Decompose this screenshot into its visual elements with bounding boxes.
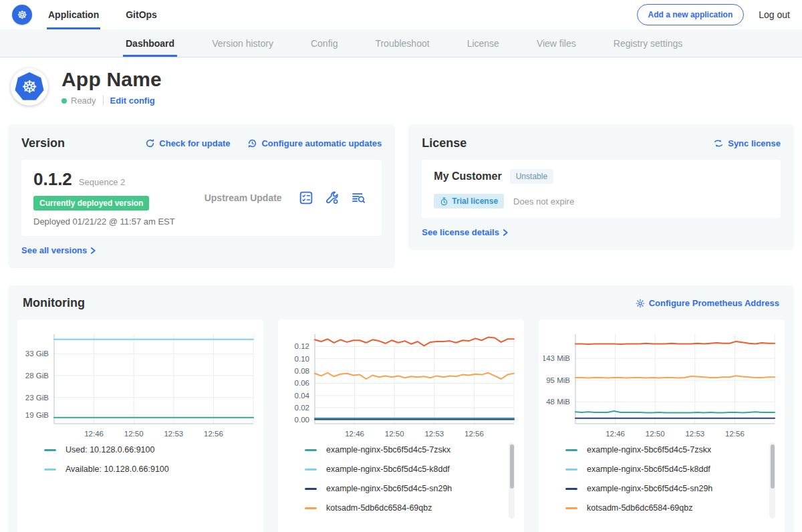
legend-item: Available: 10.128.0.66:9100 bbox=[44, 464, 242, 474]
kubernetes-logo-icon: ☸ bbox=[12, 5, 32, 25]
chevron-right-icon bbox=[503, 229, 509, 237]
legend-scrollbar[interactable] bbox=[769, 442, 775, 519]
check-for-update-link[interactable]: Check for update bbox=[145, 138, 230, 148]
config-wrench-icon[interactable] bbox=[325, 190, 340, 205]
legend-label: Used: 10.128.0.66:9100 bbox=[65, 445, 154, 454]
version-number: 0.1.2 bbox=[33, 169, 72, 190]
svg-text:0.10: 0.10 bbox=[295, 355, 309, 363]
cpu-usage-title: CPU Usage bbox=[282, 524, 520, 532]
svg-text:0.06: 0.06 bbox=[295, 379, 309, 387]
legend-swatch bbox=[565, 469, 577, 471]
kubernetes-heptagon-icon: ☸ bbox=[14, 72, 45, 102]
sync-license-link[interactable]: Sync license bbox=[713, 138, 781, 148]
legend-scrollbar[interactable] bbox=[509, 442, 515, 519]
legend-item: example-nginx-5bc6f5d4c5-k8ddf bbox=[565, 464, 763, 474]
memory-usage-title: Memory Usage bbox=[543, 524, 781, 532]
version-source: Upstream Update bbox=[187, 192, 299, 203]
legend-swatch bbox=[565, 488, 577, 490]
legend-swatch bbox=[305, 469, 317, 471]
preflight-checks-icon[interactable] bbox=[299, 190, 313, 205]
monitoring-title: Monitoring bbox=[23, 296, 85, 310]
svg-text:12:50: 12:50 bbox=[646, 430, 665, 438]
license-expiry: Does not expire bbox=[513, 196, 574, 207]
tab-view-files[interactable]: View files bbox=[537, 29, 576, 57]
legend-scrollbar-thumb[interactable] bbox=[771, 444, 775, 489]
svg-text:12:46: 12:46 bbox=[84, 430, 104, 438]
svg-text:12:53: 12:53 bbox=[164, 430, 183, 438]
tab-troubleshoot[interactable]: Troubleshoot bbox=[375, 29, 429, 57]
app-header: ☸ App Name Ready Edit config bbox=[0, 57, 802, 119]
svg-text:0.02: 0.02 bbox=[295, 404, 309, 412]
svg-text:12:56: 12:56 bbox=[464, 430, 484, 438]
legend-scrollbar-thumb[interactable] bbox=[510, 444, 514, 489]
legend-label: example-nginx-5bc6f5d4c5-k8ddf bbox=[326, 464, 450, 474]
legend-item: example-nginx-5bc6f5d4c5-sn29h bbox=[565, 484, 763, 493]
gear-icon bbox=[636, 299, 645, 308]
cpu-usage-card: 12:4612:5012:5312:560.000.020.040.060.08… bbox=[278, 319, 524, 532]
see-all-versions-link[interactable]: See all versions bbox=[21, 245, 96, 255]
svg-text:0.12: 0.12 bbox=[295, 342, 309, 350]
tab-dashboard[interactable]: Dashboard bbox=[126, 29, 174, 57]
legend-label: example-nginx-5bc6f5d4c5-k8ddf bbox=[587, 464, 710, 474]
legend-label: example-nginx-5bc6f5d4c5-sn29h bbox=[326, 484, 452, 493]
tab-gitops[interactable]: GitOps bbox=[124, 0, 158, 29]
cpu-usage-chart: 12:4612:5012:5312:560.000.020.040.060.08… bbox=[283, 327, 519, 441]
version-card-title: Version bbox=[21, 136, 65, 150]
legend-label: Available: 10.128.0.66:9100 bbox=[65, 464, 169, 474]
cpu-usage-legend: example-nginx-5bc6f5d4c5-7zskxexample-ng… bbox=[305, 445, 503, 513]
customer-name: My Customer bbox=[434, 170, 501, 182]
configure-automatic-updates-link[interactable]: Configure automatic updates bbox=[247, 138, 382, 148]
divider bbox=[103, 96, 104, 106]
deployed-timestamp: Deployed 01/21/22 @ 11:57 am EST bbox=[33, 217, 187, 227]
legend-swatch bbox=[305, 449, 317, 451]
configure-prometheus-link[interactable]: Configure Prometheus Address bbox=[636, 298, 779, 308]
legend-item: kotsadm-5db6dc6584-69qbz bbox=[305, 503, 503, 513]
legend-item: example-nginx-5bc6f5d4c5-7zskx bbox=[305, 445, 503, 454]
app-avatar: ☸ bbox=[11, 68, 48, 106]
version-card: Version Check for update Configure autom… bbox=[8, 124, 395, 268]
tab-config[interactable]: Config bbox=[311, 29, 338, 57]
license-details-row: My Customer Unstable Trial license Does … bbox=[422, 160, 781, 218]
license-card: License Sync license My Customer Unstabl… bbox=[408, 124, 794, 250]
legend-item: example-nginx-5bc6f5d4c5-k8ddf bbox=[305, 464, 503, 474]
disk-usage-title: Disk Usage bbox=[21, 524, 259, 532]
svg-text:23 GiB: 23 GiB bbox=[25, 394, 49, 402]
edit-config-link[interactable]: Edit config bbox=[110, 96, 155, 106]
page-title: App Name bbox=[61, 68, 162, 91]
see-license-details-link[interactable]: See license details bbox=[422, 227, 509, 237]
svg-text:12:56: 12:56 bbox=[725, 430, 745, 438]
chevron-right-icon bbox=[90, 247, 96, 255]
deployed-badge: Currently deployed version bbox=[33, 196, 149, 211]
legend-item: example-nginx-5bc6f5d4c5-7zskx bbox=[565, 445, 763, 454]
logout-link[interactable]: Log out bbox=[759, 9, 790, 20]
stopwatch-icon bbox=[440, 197, 448, 206]
legend-swatch bbox=[44, 449, 56, 451]
svg-text:12:56: 12:56 bbox=[204, 430, 223, 438]
legend-item: Used: 10.128.0.66:9100 bbox=[44, 445, 242, 454]
svg-text:12:46: 12:46 bbox=[345, 430, 364, 438]
monitoring-section: Monitoring Configure Prometheus Address … bbox=[8, 285, 794, 532]
svg-text:33 GiB: 33 GiB bbox=[25, 350, 49, 358]
svg-text:28 GiB: 28 GiB bbox=[25, 372, 49, 380]
svg-text:12:50: 12:50 bbox=[124, 430, 144, 438]
kubernetes-logo[interactable]: ☸ bbox=[12, 0, 32, 29]
refresh-icon bbox=[145, 138, 155, 148]
current-version-row: 0.1.2 Sequence 2 Currently deployed vers… bbox=[21, 160, 382, 236]
legend-swatch bbox=[565, 507, 577, 509]
add-new-application-button[interactable]: Add a new application bbox=[637, 4, 745, 25]
top-nav: ☸ Application GitOps Add a new applicati… bbox=[0, 0, 802, 29]
svg-text:0.04: 0.04 bbox=[295, 392, 310, 400]
tab-license[interactable]: License bbox=[467, 29, 499, 57]
legend-swatch bbox=[565, 449, 577, 451]
memory-usage-chart: 12:4612:5012:5312:5648 MiB95 MiB143 MiB bbox=[543, 327, 780, 441]
svg-text:12:53: 12:53 bbox=[424, 430, 444, 438]
tab-version-history[interactable]: Version history bbox=[212, 29, 273, 57]
svg-text:12:50: 12:50 bbox=[385, 430, 404, 438]
channel-badge: Unstable bbox=[510, 169, 553, 184]
disk-usage-chart: 12:4612:5012:5312:5619 GiB23 GiB28 GiB33… bbox=[22, 327, 259, 441]
tab-application[interactable]: Application bbox=[47, 0, 100, 29]
status-dot bbox=[61, 98, 67, 104]
tab-registry-settings[interactable]: Registry settings bbox=[614, 29, 682, 57]
legend-label: example-nginx-5bc6f5d4c5-7zskx bbox=[587, 445, 711, 454]
diff-file-search-icon[interactable] bbox=[351, 190, 366, 205]
